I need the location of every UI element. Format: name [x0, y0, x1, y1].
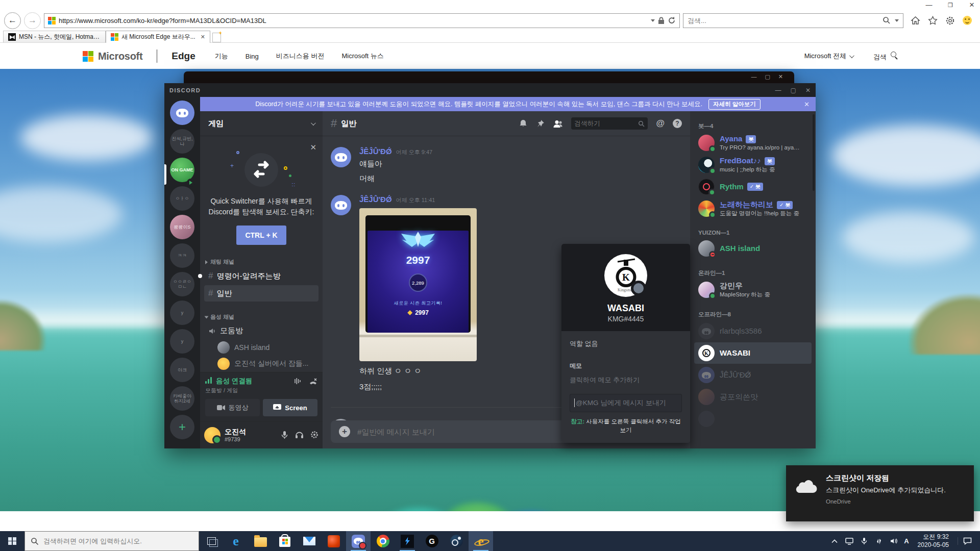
taskbar-app-mail[interactable] [297, 531, 322, 551]
search-dropdown-icon[interactable] [895, 19, 899, 22]
server-icon[interactable]: ㅋㅋ [170, 243, 194, 268]
new-tab-button[interactable] [212, 33, 221, 42]
avatar[interactable] [331, 195, 351, 215]
banner-learn-more-button[interactable]: 자세히 알아보기 [708, 99, 761, 110]
tray-mic-icon[interactable] [860, 537, 869, 546]
address-bar[interactable] [44, 13, 680, 28]
nav-item-bing[interactable]: Bing [246, 53, 259, 60]
disconnect-call-icon[interactable] [309, 377, 317, 386]
taskbar-clock[interactable]: 오전 9:32 2020-05-05 [915, 533, 952, 549]
member-row[interactable] [694, 408, 812, 430]
browser-search-input[interactable] [688, 17, 878, 24]
banner-close-icon[interactable]: ✕ [804, 101, 810, 108]
voice-channel-item[interactable]: 모둠방 [204, 323, 318, 339]
taskbar-app-store[interactable] [273, 531, 297, 551]
tray-network-icon[interactable] [874, 537, 884, 546]
tab-edge-page[interactable]: 새 Microsoft Edge 브라우... ✕ [106, 31, 210, 43]
chat-search-box[interactable] [571, 117, 648, 130]
window-restore-button[interactable] [945, 1, 955, 9]
server-icon[interactable]: 쾅쾅이S [170, 215, 194, 239]
server-icon[interactable]: ㅇㅏㅇ [170, 186, 194, 211]
settings-gear-icon[interactable] [945, 16, 955, 26]
search-icon[interactable] [883, 16, 891, 24]
microsoft-logo[interactable]: Microsoft [83, 51, 142, 62]
taskbar-app-game[interactable] [395, 531, 420, 551]
forward-button[interactable]: → [24, 12, 41, 29]
taskbar-search-input[interactable] [43, 537, 193, 545]
server-icon[interactable]: 진석,규빈,나 [170, 129, 194, 154]
browser-search-box[interactable] [683, 13, 903, 28]
member-list-icon[interactable] [553, 119, 563, 128]
upload-plus-icon[interactable] [339, 426, 350, 437]
user-avatar[interactable] [204, 427, 220, 443]
discord-home-button[interactable] [170, 101, 194, 125]
window-close-button[interactable]: ✕ [778, 73, 783, 80]
note-placeholder[interactable]: 클릭하여 메모 추가하기 [570, 375, 682, 385]
soundboard-icon[interactable] [293, 377, 302, 385]
message-author[interactable]: ĴÊĴÛ'ÐǾ [359, 195, 392, 204]
taskbar-app-office[interactable] [322, 531, 346, 551]
tab-close-icon[interactable]: ✕ [201, 34, 205, 40]
voice-channels-section[interactable]: 음성 채널 [205, 313, 317, 321]
profile-avatar[interactable]: K Kingsman [604, 254, 647, 297]
screen-share-button[interactable]: Screen [263, 399, 317, 416]
tray-expand-chevron-icon[interactable] [830, 537, 839, 546]
member-row[interactable]: ĴÊĴÛ'ÐǾ [694, 364, 812, 386]
all-microsoft-menu[interactable]: Microsoft 전체 [804, 52, 853, 61]
quick-switcher-shortcut-button[interactable]: CTRL + K [236, 226, 286, 245]
add-server-button[interactable]: + [170, 415, 194, 439]
video-button[interactable]: 동영상 [205, 399, 260, 416]
channel-item-general[interactable]: # 일반 [204, 285, 318, 302]
member-row[interactable]: 노래하는하리보✓ 봇 도움말 명령어는 !!help 듣는 중 [694, 198, 812, 219]
headphones-icon[interactable] [295, 431, 304, 439]
discord-maximize-button[interactable]: ▢ [791, 87, 796, 94]
taskbar-app-edge[interactable] [224, 531, 248, 551]
tray-display-icon[interactable] [845, 537, 854, 546]
nav-item-features[interactable]: 기능 [215, 52, 228, 61]
taskbar-app-discord[interactable] [346, 531, 371, 551]
tray-volume-icon[interactable] [889, 537, 898, 546]
task-view-button[interactable] [199, 531, 224, 551]
nav-item-edge[interactable]: Edge [172, 51, 195, 62]
taskbar-app-chrome[interactable] [371, 531, 395, 551]
server-icon[interactable]: y [170, 329, 194, 354]
image-attachment[interactable]: 2997 2,289 새로운 시즌 최고기록! 2997 [359, 208, 477, 361]
nav-item-business[interactable]: 비즈니스용 버전 [276, 52, 325, 61]
voice-user[interactable]: 오진석 실버에서 잠들... [213, 357, 318, 371]
server-icon[interactable]: ㅇㅇㄹㅇㅁㄴ [170, 272, 194, 296]
back-button[interactable]: ← [4, 12, 21, 29]
ime-indicator[interactable]: A [904, 537, 909, 545]
feedback-smiley-icon[interactable] [963, 16, 972, 25]
favorites-star-icon[interactable] [928, 16, 938, 25]
onedrive-toast[interactable]: 스크린샷이 저장됨 스크린샷이 OneDrive에 추가되었습니다. OneDr… [786, 465, 974, 521]
taskbar-search[interactable] [24, 531, 199, 551]
member-row[interactable]: 공포의쓴맛 [694, 386, 812, 408]
member-row[interactable]: Ayana봇 Try PRO? ayana.io/pro | ayan... [694, 132, 812, 154]
member-row[interactable]: Rythm✓ 봇 [694, 176, 812, 197]
member-row[interactable]: FredBoat♪♪봇 music | ;;help 하는 중 [694, 154, 812, 176]
server-header[interactable]: 게임 [200, 111, 323, 136]
window-restore-button[interactable]: ▢ [765, 73, 770, 80]
voice-user[interactable]: ASH island [213, 340, 318, 355]
window-minimize-button[interactable] [924, 1, 934, 9]
dm-input[interactable]: @KMG 님에게 메시지 보내기 [570, 394, 682, 412]
start-button[interactable] [0, 531, 24, 551]
pin-icon[interactable] [536, 119, 545, 128]
member-row[interactable]: 강민우 MapleStory 하는 중 [694, 279, 812, 300]
discord-close-button[interactable]: ✕ [805, 87, 811, 94]
tab-msn[interactable]: MSN - 뉴스, 핫메일, Hotmail,... [3, 31, 106, 42]
mic-icon[interactable] [281, 431, 288, 440]
discord-minimize-button[interactable]: — [775, 87, 781, 94]
server-icon[interactable]: 카배좋아하지2세 [170, 386, 194, 411]
avatar[interactable] [331, 147, 351, 167]
member-row[interactable]: ASH island [694, 238, 812, 259]
help-icon[interactable]: ? [673, 119, 682, 128]
action-center-button[interactable] [958, 537, 977, 545]
taskbar-app-ie[interactable] [469, 531, 493, 551]
taskbar-app-logitech[interactable] [420, 531, 444, 551]
inbox-mentions-icon[interactable]: @ [656, 118, 665, 129]
message-author[interactable]: ĴÊĴÛ'ÐǾ [359, 147, 392, 156]
window-minimize-button[interactable]: — [751, 73, 756, 80]
refresh-icon[interactable] [668, 16, 676, 24]
nav-item-news[interactable]: Microsoft 뉴스 [341, 52, 383, 61]
